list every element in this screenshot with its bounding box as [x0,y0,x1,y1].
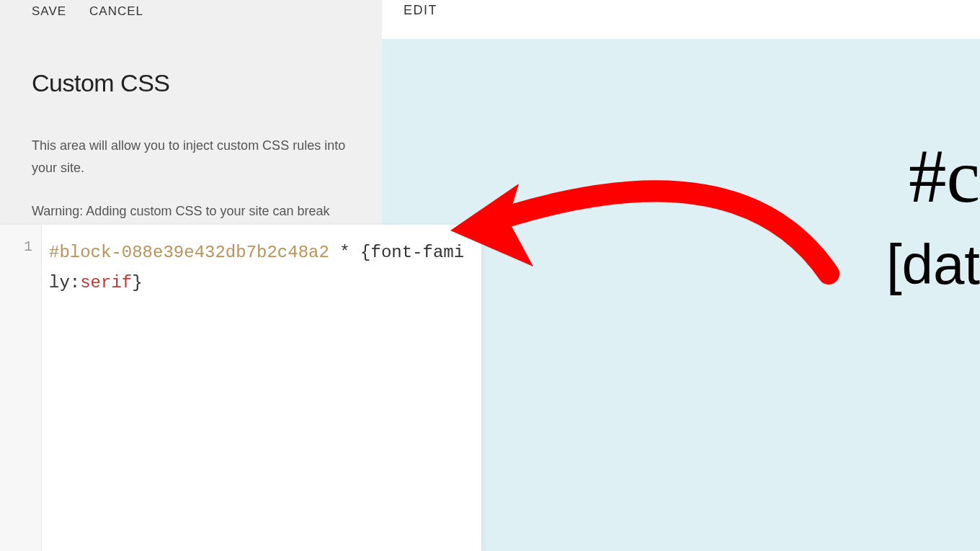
edit-button[interactable]: EDIT [404,3,437,18]
css-selector-id: #block-088e39e432db7b2c48a2 [49,243,329,262]
line-number: 1 [0,232,41,262]
cancel-button[interactable]: CANCEL [89,4,143,19]
panel-title: Custom CSS [0,19,382,97]
code-content[interactable]: #block-088e39e432db7b2c48a2 * {font-fami… [42,225,481,551]
css-selector-universal: * [329,243,360,262]
panel-description: This area will allow you to inject custo… [0,97,382,179]
css-close-brace: } [132,273,142,292]
editor-gutter: 1 [0,225,42,551]
css-code-editor[interactable]: 1 #block-088e39e432db7b2c48a2 * {font-fa… [0,225,481,551]
preview-heading-2: [dat [886,232,980,297]
css-colon: : [70,273,80,292]
preview-heading-1: #c [909,133,980,220]
save-button[interactable]: SAVE [32,4,66,19]
css-open-brace: { [360,243,370,262]
css-value: serif [80,273,132,292]
panel-action-bar: SAVE CANCEL [0,0,382,19]
